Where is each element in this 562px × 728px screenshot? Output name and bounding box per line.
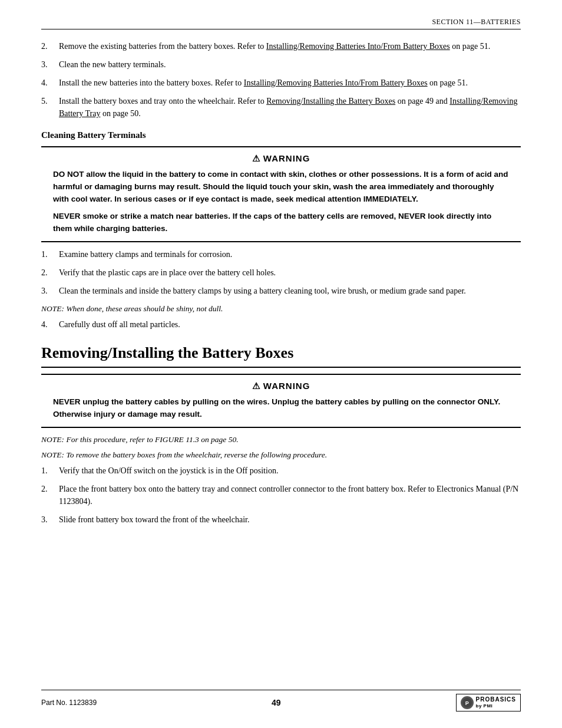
list-num: 1. [41, 248, 59, 261]
list-item: 1. Verify that the On/Off switch on the … [41, 465, 521, 477]
removing-note-2: NOTE: To remove the battery boxes from t… [41, 449, 521, 461]
list-num: 4. [41, 318, 59, 331]
removing-note-1: NOTE: For this procedure, refer to FIGUR… [41, 434, 521, 446]
list-num: 4. [41, 77, 59, 89]
list-num: 3. [41, 58, 59, 71]
divider-1 [41, 367, 521, 368]
list-item: 1. Examine battery clamps and terminals … [41, 248, 521, 261]
list-num: 2. [41, 266, 59, 279]
list-num: 5. [41, 95, 59, 120]
list-text: Remove the existing batteries from the b… [59, 40, 521, 52]
list-num: 2. [41, 483, 59, 508]
list-text: Verify that the On/Off switch on the joy… [59, 465, 521, 477]
cleaning-heading: Cleaning Battery Terminals [41, 130, 521, 140]
intro-list: 2. Remove the existing batteries from th… [41, 40, 521, 120]
warning-text-1b: NEVER smoke or strike a match near batte… [53, 210, 509, 235]
cleaning-note: NOTE: When done, these areas should be s… [41, 303, 521, 315]
list-text: Clean the new battery terminals. [59, 58, 521, 71]
page: SECTION 11—BATTERIES 2. Remove the exist… [0, 0, 562, 728]
warning-text-1a: DO NOT allow the liquid in the battery t… [53, 169, 509, 206]
list-text: Place the front battery box onto the bat… [59, 483, 521, 508]
list-item: 3. Clean the terminals and inside the ba… [41, 285, 521, 297]
list-item: 3. Slide front battery box toward the fr… [41, 513, 521, 526]
list-item: 5. Install the battery boxes and tray on… [41, 95, 521, 120]
logo-bottom-text: by PMI [476, 703, 516, 709]
logo-top-text: PROBASICS [476, 696, 516, 703]
warning-text-2: NEVER unplug the battery cables by pulli… [53, 396, 509, 421]
header-text: SECTION 11—BATTERIES [432, 18, 521, 26]
list-text: Install the battery boxes and tray onto … [59, 95, 521, 120]
footer-part-number: Part No. 1123839 [41, 699, 97, 707]
footer-page-number: 49 [272, 698, 281, 707]
list-num: 2. [41, 40, 59, 52]
list-item: 2. Verify that the plastic caps are in p… [41, 266, 521, 279]
logo: P PROBASICS by PMI [456, 694, 521, 711]
list-text: Clean the terminals and inside the batte… [59, 285, 521, 297]
list-item: 2. Remove the existing batteries from th… [41, 40, 521, 52]
list-num: 3. [41, 285, 59, 297]
cleaning-step4: 4. Carefully dust off all metal particle… [41, 318, 521, 331]
list-text: Install the new batteries into the batte… [59, 77, 521, 89]
list-item: 4. Install the new batteries into the ba… [41, 77, 521, 89]
list-item: 4. Carefully dust off all metal particle… [41, 318, 521, 331]
page-footer: Part No. 1123839 49 P PROBASICS by PMI [41, 690, 521, 711]
warning-box-1: ⚠ WARNING DO NOT allow the liquid in the… [41, 146, 521, 242]
svg-text:P: P [465, 700, 469, 706]
list-text: Carefully dust off all metal particles. [59, 318, 521, 331]
warning-symbol-2: ⚠ [252, 381, 260, 391]
list-num: 3. [41, 513, 59, 526]
logo-text: PROBASICS by PMI [476, 696, 516, 709]
link-removing-installing[interactable]: Removing/Installing the Battery Boxes [266, 97, 395, 106]
list-text: Slide front battery box toward the front… [59, 513, 521, 526]
warning-symbol-1: ⚠ [252, 153, 260, 163]
logo-icon: P [461, 696, 474, 709]
link-installing-removing-1[interactable]: Installing/Removing Batteries Into/From … [266, 42, 450, 51]
page-header: SECTION 11—BATTERIES [41, 18, 521, 29]
warning-box-2: ⚠ WARNING NEVER unplug the battery cable… [41, 374, 521, 428]
removing-heading: Removing/Installing the Battery Boxes [41, 344, 521, 362]
list-item: 2. Place the front battery box onto the … [41, 483, 521, 508]
logo-svg: P [462, 697, 472, 708]
list-item: 3. Clean the new battery terminals. [41, 58, 521, 71]
warning-title-1: ⚠ WARNING [53, 153, 509, 164]
link-installing-removing-2[interactable]: Installing/Removing Batteries Into/From … [244, 78, 428, 87]
warning-title-2: ⚠ WARNING [53, 381, 509, 391]
list-text: Verify that the plastic caps are in plac… [59, 266, 521, 279]
list-text: Examine battery clamps and terminals for… [59, 248, 521, 261]
list-num: 1. [41, 465, 59, 477]
cleaning-steps: 1. Examine battery clamps and terminals … [41, 248, 521, 297]
removing-steps: 1. Verify that the On/Off switch on the … [41, 465, 521, 526]
